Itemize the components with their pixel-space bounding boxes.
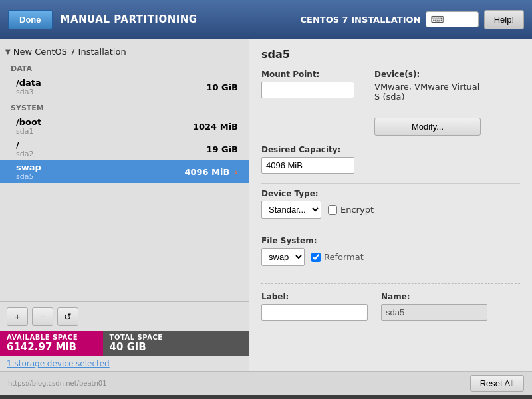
partition-item-data[interactable]: /data sda3 10 GiB (0, 76, 249, 98)
header-right: CENTOS 7 INSTALLATION ⌨ gb Help! (300, 10, 524, 29)
total-space-label: TOTAL SPACE (110, 334, 242, 341)
file-system-select[interactable]: swap (261, 248, 305, 266)
partition-item-root-left: / sda2 (16, 140, 33, 158)
tree-root-label: New CentOS 7 Installation (13, 47, 126, 57)
name-input (381, 304, 487, 321)
partition-item-root-right: 19 GiB (206, 144, 238, 154)
partition-sub-root: sda2 (16, 150, 33, 158)
keyboard-icon: ⌨ (430, 14, 444, 25)
page-title: MANUAL PARTITIONING (61, 13, 198, 25)
available-space-value: 6142.97 MiB (7, 341, 96, 353)
devices-label: Device(s): (374, 70, 481, 79)
label-input[interactable] (261, 304, 368, 321)
form-group-label: Label: (261, 292, 368, 321)
partition-sub-swap: sda5 (16, 172, 41, 181)
centos-title: CENTOS 7 INSTALLATION (300, 15, 420, 25)
form-group-name: Name: (381, 292, 487, 321)
partition-item-root[interactable]: / sda2 19 GiB (0, 138, 249, 160)
form-row-mount: Mount Point: Device(s): VMware, VMware V… (261, 70, 520, 136)
partition-size-root: 19 GiB (206, 144, 238, 154)
partition-name-root: / (16, 140, 33, 150)
refresh-button[interactable]: ↺ (57, 307, 78, 326)
bottom-left: AVAILABLE SPACE 6142.97 MiB TOTAL SPACE … (0, 331, 249, 371)
device-type-select[interactable]: Standar... (261, 201, 321, 219)
header: Done MANUAL PARTITIONING CENTOS 7 INSTAL… (0, 0, 532, 39)
divider1 (261, 183, 520, 184)
devices-value: VMware, VMware Virtual S (sda) (374, 82, 481, 102)
file-system-row: swap Reformat (261, 248, 520, 266)
partition-size-boot: 1024 MiB (193, 122, 238, 132)
available-space-label: AVAILABLE SPACE (7, 334, 96, 341)
watermark: https://blog.csdn.net/beatn01 (8, 380, 107, 387)
total-space-value: 40 GiB (110, 341, 242, 353)
bottom-section: Label: Name: (261, 283, 520, 321)
main-content: ▼ New CentOS 7 Installation DATA /data s… (0, 39, 532, 371)
header-left: Done MANUAL PARTITIONING (8, 10, 198, 29)
partition-item-boot-right: 1024 MiB (193, 122, 238, 132)
bottom-row: Label: Name: (261, 292, 520, 321)
mount-point-label: Mount Point: (261, 70, 354, 79)
name-field-label: Name: (381, 292, 487, 301)
device-type-row: Standar... Encrypt (261, 201, 520, 219)
label-field-label: Label: (261, 292, 368, 301)
form-row-capacity: Desired Capacity: (261, 145, 520, 174)
encrypt-checkbox-label[interactable]: Encrypt (328, 205, 374, 215)
file-system-label: File System: (261, 236, 520, 245)
footer: https://blog.csdn.net/beatn01 Reset All (0, 371, 532, 395)
partition-name-data: /data (16, 78, 41, 88)
form-group-mount: Mount Point: (261, 70, 354, 136)
partition-toolbar: + − ↺ (0, 301, 249, 331)
reformat-label[interactable]: Reformat (311, 252, 364, 262)
partition-name-boot: /boot (16, 117, 41, 127)
partition-item-boot[interactable]: /boot sda1 1024 MiB (0, 115, 249, 138)
storage-link-row: 1 storage device selected (0, 356, 249, 371)
remove-partition-button[interactable]: − (32, 307, 53, 326)
available-space: AVAILABLE SPACE 6142.97 MiB (0, 331, 103, 356)
partition-size-swap: 4096 MiB (184, 167, 229, 177)
done-button[interactable]: Done (8, 10, 53, 29)
reformat-text: Reformat (324, 252, 364, 262)
form-group-device-type: Device Type: Standar... Encrypt (261, 189, 520, 228)
partition-size-data: 10 GiB (206, 82, 238, 92)
storage-link[interactable]: 1 storage device selected (7, 359, 110, 368)
partition-item-boot-left: /boot sda1 (16, 117, 41, 136)
tree-arrow-icon: ▼ (5, 48, 11, 55)
form-group-devices: Device(s): VMware, VMware Virtual S (sda… (374, 70, 481, 136)
partition-name-swap: swap (16, 162, 41, 172)
desired-capacity-label: Desired Capacity: (261, 145, 354, 154)
partition-sub-data: sda3 (16, 88, 41, 96)
total-space: TOTAL SPACE 40 GiB (103, 331, 249, 356)
partition-tree: ▼ New CentOS 7 Installation DATA /data s… (0, 39, 249, 301)
mount-point-input[interactable] (261, 82, 354, 98)
encrypt-label: Encrypt (340, 205, 374, 215)
keyboard-input-wrapper: ⌨ gb (426, 11, 478, 27)
reset-all-button[interactable]: Reset All (470, 375, 524, 392)
space-row: AVAILABLE SPACE 6142.97 MiB TOTAL SPACE … (0, 331, 249, 356)
left-panel: ▼ New CentOS 7 Installation DATA /data s… (0, 39, 249, 371)
section-data: DATA (0, 62, 249, 76)
reformat-checkbox[interactable] (311, 253, 321, 262)
device-type-label: Device Type: (261, 189, 520, 198)
form-group-filesystem: File System: swap Reformat (261, 236, 520, 275)
partition-item-swap-right: 4096 MiB › (184, 166, 238, 178)
help-button[interactable]: Help! (484, 10, 524, 29)
partition-item-swap[interactable]: swap sda5 4096 MiB › (0, 160, 249, 183)
partition-item-data-left: /data sda3 (16, 78, 41, 96)
partition-sub-boot: sda1 (16, 127, 41, 136)
right-panel: sda5 Mount Point: Device(s): VMware, VMw… (249, 39, 532, 371)
partition-item-data-right: 10 GiB (206, 82, 238, 92)
partition-item-swap-left: swap sda5 (16, 162, 41, 181)
tree-root[interactable]: ▼ New CentOS 7 Installation (0, 44, 249, 59)
encrypt-checkbox[interactable] (328, 205, 337, 215)
chevron-right-icon: › (233, 166, 238, 178)
add-partition-button[interactable]: + (7, 307, 28, 326)
desired-capacity-input[interactable] (261, 157, 354, 174)
keyboard-input[interactable]: gb (448, 15, 474, 25)
section-system: SYSTEM (0, 101, 249, 115)
modify-button[interactable]: Modify... (374, 118, 481, 136)
form-group-capacity: Desired Capacity: (261, 145, 354, 174)
detail-title: sda5 (261, 48, 520, 61)
